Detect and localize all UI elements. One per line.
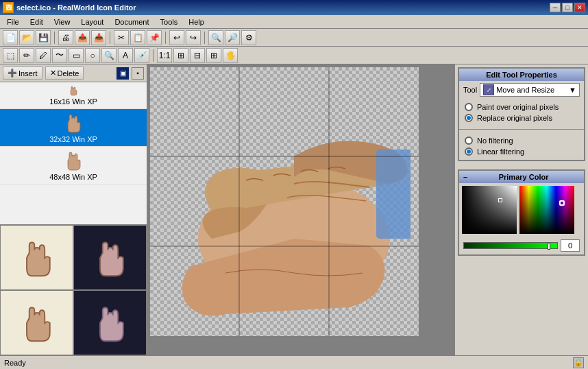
pipette-tool-button[interactable]: 💉 (134, 48, 149, 63)
import-button[interactable]: 📥 (91, 30, 106, 45)
view-large-button[interactable]: ▣ (117, 67, 129, 80)
curve-tool-button[interactable]: 〜 (52, 48, 67, 63)
save-button[interactable]: 💾 (36, 30, 51, 45)
main-layout: ➕ Insert ✕ Delete ▣ ▪ 16x16 Win XP (0, 64, 588, 355)
app-icon: 🖼 (3, 2, 14, 13)
icon-list-item-32[interactable]: 32x32 Win XP (0, 109, 147, 147)
thumb-light-1[interactable] (0, 225, 73, 290)
hue-saturation-picker[interactable] (519, 186, 574, 234)
tool-select-dropdown[interactable]: ⤢ Move and Resize ▼ (480, 83, 580, 97)
green-slider-track[interactable] (463, 242, 558, 249)
green-slider-thumb[interactable] (548, 243, 550, 250)
primary-color-panel: – Primary Color 0 (458, 169, 585, 256)
title-bar-left: 🖼 select.ico - RealWorld Icon Editor (3, 2, 136, 13)
minimize-button[interactable]: ─ (550, 3, 561, 12)
menu-edit[interactable]: Edit (26, 16, 47, 27)
text-tool-button[interactable]: A (118, 48, 133, 63)
maximize-button[interactable]: □ (562, 3, 573, 12)
no-filtering-radio[interactable]: No filtering (465, 135, 578, 146)
no-filtering-label: No filtering (477, 136, 513, 145)
menu-document[interactable]: Document (110, 16, 153, 27)
paint-original-radio[interactable]: Paint over original pixels (465, 102, 578, 112)
redo-button[interactable]: ↪ (186, 30, 201, 45)
bw-marker (498, 198, 502, 202)
status-bar: Ready 🔒 (0, 355, 588, 369)
print-button[interactable]: 🖨 (58, 30, 73, 45)
zoom-out-button[interactable]: 🔎 (225, 30, 240, 45)
view-small-button[interactable]: ▪ (132, 67, 144, 80)
copy-button[interactable]: 📋 (130, 30, 145, 45)
status-text: Ready (4, 359, 26, 367)
replace-original-radio-outer (465, 114, 473, 122)
icon-label-16: 16x16 Win XP (49, 97, 97, 106)
icon-thumb-32 (62, 112, 84, 134)
dropdown-arrow-icon: ▼ (569, 86, 576, 94)
hue-marker (559, 200, 565, 206)
thumb-icon-dark-2 (90, 302, 131, 344)
status-icon: 🔒 (573, 357, 584, 368)
menu-file[interactable]: File (3, 16, 23, 27)
green-slider-value[interactable]: 0 (561, 239, 580, 252)
thumb-icon-dark-1 (90, 237, 131, 278)
undo-button[interactable]: ↩ (169, 30, 184, 45)
primary-color-title: Primary Color (499, 173, 549, 181)
pencil-tool-button[interactable]: ✏ (19, 48, 34, 63)
close-button[interactable]: ✕ (574, 3, 585, 12)
icon-list-item-16[interactable]: 16x16 Win XP (0, 82, 147, 109)
move-resize-icon: ⤢ (483, 84, 494, 95)
menu-help[interactable]: Help (184, 16, 208, 27)
rect-tool-button[interactable]: ▭ (69, 48, 84, 63)
primary-color-header: – Primary Color (459, 171, 584, 183)
grid-button[interactable]: ⊞ (206, 48, 221, 63)
thumb-light-2[interactable] (0, 290, 73, 355)
toolbar-2: ⬚ ✏ 🖊 〜 ▭ ○ 🔍 A 💉 1:1 ⊞ ⊟ ⊞ 🖐 (0, 47, 588, 64)
menu-layout[interactable]: Layout (77, 16, 108, 27)
icon-list-item-48[interactable]: 48x48 Win XP (0, 147, 147, 184)
tool-label: Tool (463, 86, 477, 94)
replace-original-radio[interactable]: Replace original pixels (465, 112, 578, 123)
canvas-area[interactable] (147, 64, 454, 355)
replace-original-radio-inner (467, 116, 471, 120)
toolbar-1: 📄 📂 💾 🖨 📤 📥 ✂ 📋 📌 ↩ ↪ 🔍 🔎 ⚙ (0, 29, 588, 47)
thumb-icon-light-1 (16, 237, 58, 278)
zoom100-button[interactable]: 1:1 (157, 48, 172, 63)
bw-gradient-picker[interactable] (462, 186, 517, 234)
canvas-wrapper (150, 67, 419, 336)
icon-label-48: 48x48 Win XP (49, 173, 97, 181)
menu-tools[interactable]: Tools (156, 16, 182, 27)
thumb-grid (0, 224, 147, 355)
insert-toolbar: ➕ Insert ✕ Delete ▣ ▪ (0, 64, 147, 82)
tool-select-value: Move and Resize (496, 86, 554, 94)
collapse-icon: – (463, 173, 467, 181)
menu-view[interactable]: View (50, 16, 75, 27)
separator-5 (153, 49, 154, 62)
export-button[interactable]: 📤 (75, 30, 90, 45)
panning-button[interactable]: 🖐 (223, 48, 238, 63)
tool-properties-header: Edit Tool Properties (459, 69, 584, 81)
open-button[interactable]: 📂 (19, 30, 34, 45)
ellipse-tool-button[interactable]: ○ (85, 48, 100, 63)
paste-button[interactable]: 📌 (147, 30, 162, 45)
insert-button[interactable]: ➕ Insert (3, 67, 42, 80)
linear-filtering-radio[interactable]: Linear filtering (465, 146, 578, 157)
zoom-fit-button[interactable]: ⊞ (173, 48, 188, 63)
select-tool-button[interactable]: ⬚ (3, 48, 18, 63)
icon-thumb-48 (62, 150, 84, 171)
linear-filtering-radio-inner (467, 150, 471, 154)
pen-tool-button[interactable]: 🖊 (36, 48, 51, 63)
filter-options-group: No filtering Linear filtering (459, 132, 584, 160)
new-button[interactable]: 📄 (3, 30, 18, 45)
delete-button[interactable]: ✕ Delete (45, 67, 84, 80)
paint-options-group: Paint over original pixels Replace origi… (459, 99, 584, 126)
zoom-tool-button[interactable]: 🔍 (101, 48, 117, 63)
thumb-dark-2[interactable] (73, 290, 147, 355)
settings-button[interactable]: ⚙ (241, 30, 256, 45)
delete-icon: ✕ (50, 69, 56, 78)
color-picker-area (459, 183, 584, 237)
thumb-dark-1[interactable] (73, 225, 147, 290)
separator-3 (165, 32, 166, 44)
zoom-prev-button[interactable]: ⊟ (190, 48, 205, 63)
left-panel: ➕ Insert ✕ Delete ▣ ▪ 16x16 Win XP (0, 64, 147, 355)
zoom-in-button[interactable]: 🔍 (208, 30, 223, 45)
cut-button[interactable]: ✂ (114, 30, 129, 45)
